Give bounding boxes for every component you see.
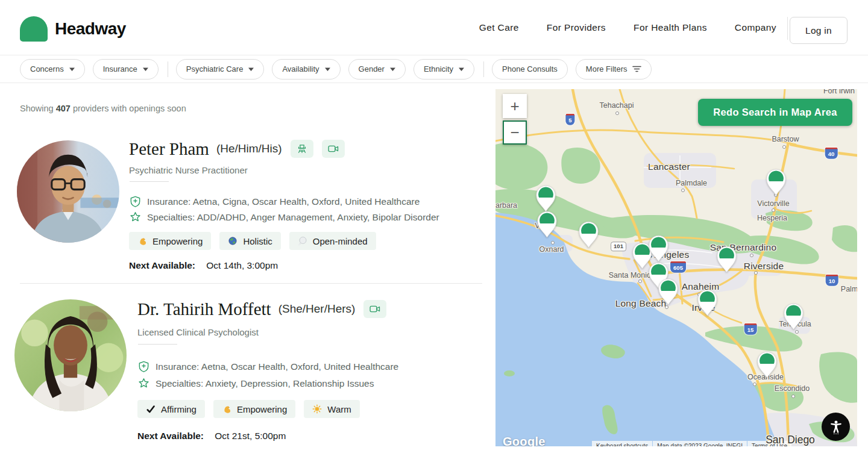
- filter-psychiatric-care[interactable]: Psychiatric Care: [176, 59, 265, 80]
- provider-title: Licensed Clinical Psychologist: [137, 327, 259, 337]
- avatar[interactable]: [17, 140, 119, 243]
- card-divider: [20, 283, 482, 284]
- headway-search-page: Headway Get Care For Providers For Healt…: [0, 0, 868, 468]
- map-pin[interactable]: [657, 278, 679, 308]
- provider-name-row: Dr. Tahirih Moffett (She/Her/Hers): [137, 298, 386, 320]
- map-pin[interactable]: [715, 245, 738, 275]
- provider-photo-illustration: [17, 140, 119, 243]
- trait-badge: Empowering: [129, 232, 211, 250]
- filter-concerns[interactable]: Concerns: [20, 59, 85, 80]
- map-pin[interactable]: [765, 168, 787, 198]
- map-pin[interactable]: [782, 302, 805, 332]
- nav-for-health-plans[interactable]: For Health Plans: [634, 22, 707, 33]
- keyboard-shortcuts-link[interactable]: Keyboard shortcuts: [592, 441, 652, 446]
- filter-more-filters[interactable]: More Filters: [576, 59, 652, 80]
- map-city-dot: [750, 254, 753, 257]
- specialties-text: Specialties: ADD/ADHD, Anger Management,…: [147, 212, 439, 223]
- highway-shield-icon: 40: [825, 148, 838, 159]
- specialties-row: Specialties: ADD/ADHD, Anger Management,…: [129, 211, 439, 223]
- map-city-dot: [754, 271, 758, 275]
- chevron-down-icon: [459, 67, 464, 71]
- map-city-label: Riverside: [744, 261, 784, 272]
- headway-logo[interactable]: Headway: [20, 16, 126, 42]
- filter-gender[interactable]: Gender: [348, 59, 406, 80]
- headway-wordmark: Headway: [55, 19, 126, 39]
- video-session-badge: [363, 300, 386, 318]
- map-city-label: Fort Irwin: [823, 89, 855, 95]
- map-zoom-out-button[interactable]: −: [503, 120, 527, 145]
- chevron-down-icon: [390, 67, 395, 71]
- trait-badge: Open-minded: [289, 232, 376, 250]
- filter-group-divider: [483, 61, 484, 77]
- trait-badge: Warm: [304, 400, 359, 418]
- avatar[interactable]: [14, 299, 127, 411]
- card-mini-divider: [130, 181, 169, 182]
- next-available-row: Next Available: Oct 14th, 3:00pm: [129, 260, 278, 271]
- provider-name-row: Peter Pham (He/Him/His): [129, 138, 345, 160]
- filter-phone-consults[interactable]: Phone Consults: [492, 59, 568, 80]
- map-pin[interactable]: [756, 351, 778, 381]
- map-city-dot: [782, 145, 786, 149]
- insurance-text: Insurance: Aetna, Cigna, Oscar Health, O…: [147, 196, 420, 207]
- map-city-label: Palm Springs: [841, 285, 857, 293]
- video-camera-icon: [369, 303, 381, 315]
- map-city-dot: [551, 241, 555, 245]
- map-city-label: Tehachapi: [600, 101, 634, 110]
- card-mini-divider: [138, 344, 177, 345]
- map-city-label: Oxnard: [539, 245, 564, 254]
- filter-ethnicity[interactable]: Ethnicity: [414, 59, 474, 80]
- filter-insurance[interactable]: Insurance: [93, 59, 159, 80]
- top-header: Headway Get Care For Providers For Healt…: [0, 0, 868, 55]
- map-city-label: San Diego: [766, 434, 815, 446]
- redo-search-button[interactable]: Redo Search in Map Area: [698, 99, 852, 126]
- chevron-down-icon: [325, 67, 330, 71]
- highway-shield-icon: 15: [744, 323, 757, 335]
- map-city-label: Barstow: [772, 135, 799, 143]
- map-pin[interactable]: [577, 220, 600, 251]
- map-city-dot: [615, 111, 619, 115]
- nav-company[interactable]: Company: [735, 22, 776, 33]
- trait-badge: Holistic: [219, 232, 280, 250]
- filter-availability[interactable]: Availability: [272, 59, 340, 80]
- map-city-dot: [638, 279, 642, 283]
- trait-badges: Empowering Holistic Open-minded: [129, 232, 376, 250]
- google-logo[interactable]: Google: [503, 435, 546, 446]
- provider-pronouns: (He/Him/His): [216, 142, 282, 155]
- main-nav: Get Care For Providers For Health Plans …: [479, 0, 776, 55]
- map-zoom-in-button[interactable]: +: [503, 94, 527, 118]
- map-pin[interactable]: [536, 210, 558, 240]
- map-pin[interactable]: [647, 234, 670, 264]
- flex-icon: [137, 236, 147, 246]
- shield-plus-icon: [129, 195, 142, 208]
- map-city-label: Lancaster: [648, 161, 690, 172]
- provider-name[interactable]: Peter Pham: [129, 139, 209, 159]
- map-city-label: Hesperia: [757, 214, 787, 222]
- map-data-credit: Map data ©2023 Google, INEGI: [653, 441, 747, 446]
- provider-photo-illustration: [14, 299, 127, 411]
- accessibility-button[interactable]: [822, 413, 850, 441]
- provider-name[interactable]: Dr. Tahirih Moffett: [137, 299, 271, 319]
- filter-bar: Concerns Insurance Psychiatric Care Avai…: [0, 55, 868, 83]
- results-count: 407: [56, 104, 71, 113]
- specialties-row: Specialties: Anxiety, Depression, Relati…: [137, 377, 374, 390]
- next-available-row: Next Available: Oct 21st, 5:00pm: [137, 431, 286, 441]
- headway-logo-icon: [20, 16, 48, 42]
- map-city-dot: [791, 395, 795, 398]
- highway-shield-icon: 101: [611, 242, 626, 251]
- map-city-label: arbara: [495, 201, 517, 210]
- map-pin[interactable]: [696, 289, 719, 319]
- map-city-dot: [772, 208, 775, 212]
- map-attribution: Keyboard shortcuts Map data ©2023 Google…: [592, 441, 791, 446]
- insurance-row: Insurance: Aetna, Cigna, Oscar Health, O…: [129, 195, 420, 208]
- map[interactable]: Fort IrwinTehachapiBarstowLancasterPalmd…: [495, 89, 857, 446]
- chevron-down-icon: [143, 67, 148, 71]
- map-city-label: Palmdale: [676, 179, 707, 187]
- filter-lines-icon: [632, 66, 641, 72]
- next-available-value: Oct 14th, 3:00pm: [206, 260, 278, 270]
- highway-shield-icon: 10: [826, 275, 838, 286]
- provider-title: Psychiatric Nurse Practitioner: [129, 165, 248, 175]
- nav-get-care[interactable]: Get Care: [479, 22, 519, 33]
- next-available-label: Next Available:: [129, 260, 195, 270]
- login-button[interactable]: Log in: [790, 17, 848, 44]
- nav-for-providers[interactable]: For Providers: [547, 22, 606, 33]
